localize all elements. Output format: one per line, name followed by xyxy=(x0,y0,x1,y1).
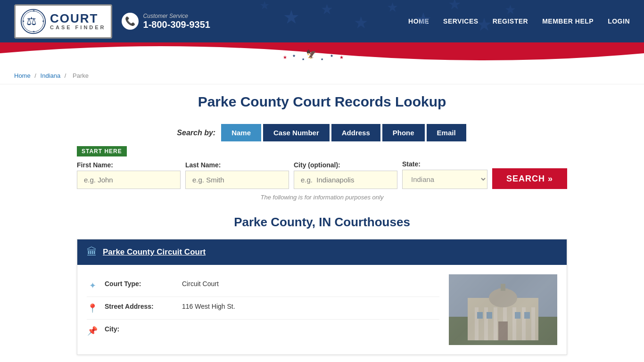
svg-text:★: ★ xyxy=(283,55,287,60)
svg-rect-37 xyxy=(477,312,483,319)
search-by-label: Search by: xyxy=(177,129,215,137)
nav-services[interactable]: SERVICES xyxy=(443,17,479,25)
svg-text:★: ★ xyxy=(354,13,368,32)
nav-login[interactable]: LOGIN xyxy=(608,17,630,25)
address-label: Street Address: xyxy=(105,303,175,310)
nav-home[interactable]: HOME xyxy=(408,17,429,25)
breadcrumb-sep2: / xyxy=(65,72,68,79)
court-type-row: ✦ Court Type: Circuit Court xyxy=(87,274,439,297)
court-type-icon: ✦ xyxy=(87,280,98,291)
svg-text:★: ★ xyxy=(292,54,296,58)
tab-email[interactable]: Email xyxy=(427,124,466,141)
address-value: 116 West High St. xyxy=(182,303,235,310)
svg-text:★: ★ xyxy=(387,0,398,15)
svg-text:⚖: ⚖ xyxy=(26,14,37,27)
svg-text:★: ★ xyxy=(42,19,44,23)
address-icon: 📍 xyxy=(87,303,98,313)
start-here-badge: START HERE xyxy=(77,146,127,156)
tab-case-number[interactable]: Case Number xyxy=(263,124,330,141)
breadcrumb-home[interactable]: Home xyxy=(14,72,31,79)
state-group: State: Indiana Alabama Alaska Arizona Ar… xyxy=(402,160,487,189)
svg-text:★: ★ xyxy=(321,58,323,61)
search-form-row: First Name: Last Name: City (optional): … xyxy=(77,160,567,189)
svg-rect-28 xyxy=(501,284,505,291)
customer-service: 📞 Customer Service 1-800-309-9351 xyxy=(122,13,210,30)
city-input[interactable] xyxy=(294,171,397,189)
tab-address[interactable]: Address xyxy=(331,124,380,141)
courthouse-header: 🏛 Parke County Circuit Court xyxy=(77,239,567,265)
courthouse-name-link[interactable]: Parke County Circuit Court xyxy=(103,247,206,257)
svg-text:★: ★ xyxy=(33,30,35,33)
page-title: Parke County Court Records Lookup xyxy=(77,94,567,110)
main-content: Parke County Court Records Lookup Search… xyxy=(63,84,581,362)
courthouse-details: ✦ Court Type: Circuit Court 📍 Street Add… xyxy=(87,274,439,345)
svg-rect-38 xyxy=(487,312,492,319)
court-type-label: Court Type: xyxy=(105,280,175,288)
info-note: The following is for information purpose… xyxy=(77,194,567,201)
svg-text:★: ★ xyxy=(321,1,333,17)
svg-text:★: ★ xyxy=(283,7,300,27)
main-nav: HOME SERVICES REGISTER MEMBER HELP LOGIN xyxy=(408,17,630,25)
svg-text:★: ★ xyxy=(33,9,35,12)
svg-rect-40 xyxy=(524,312,530,319)
svg-text:🦅: 🦅 xyxy=(306,49,317,59)
courthouse-card: 🏛 Parke County Circuit Court ✦ Court Typ… xyxy=(77,239,567,355)
site-logo[interactable]: ★ ★ ★ ★ ⚖ COURT CASE FINDER xyxy=(14,4,112,39)
courthouse-body: ✦ Court Type: Circuit Court 📍 Street Add… xyxy=(77,265,567,354)
svg-rect-39 xyxy=(515,312,520,319)
svg-rect-36 xyxy=(498,321,508,340)
red-bar xyxy=(0,42,644,46)
city-detail-label: City: xyxy=(105,325,175,333)
address-row: 📍 Street Address: 116 West High St. xyxy=(87,297,439,320)
logo-text: COURT CASE FINDER xyxy=(50,12,106,30)
svg-text:★: ★ xyxy=(448,0,462,13)
state-select[interactable]: Indiana Alabama Alaska Arizona Arkansas … xyxy=(402,170,487,189)
courthouses-title: Parke County, IN Courthouses xyxy=(77,215,567,230)
first-name-label: First Name: xyxy=(77,161,181,169)
last-name-input[interactable] xyxy=(185,171,289,189)
breadcrumb-sep1: / xyxy=(34,72,38,79)
courthouse-building-svg xyxy=(449,274,557,345)
city-group: City (optional): xyxy=(294,161,397,189)
state-label: State: xyxy=(402,160,487,168)
svg-rect-31 xyxy=(494,307,497,340)
city-label: City (optional): xyxy=(294,161,397,169)
header-left: ★ ★ ★ ★ ⚖ COURT CASE FINDER 📞 Customer S… xyxy=(14,4,210,39)
courthouse-icon: 🏛 xyxy=(87,246,97,258)
city-row: 📌 City: xyxy=(87,320,439,342)
search-form-section: START HERE First Name: Last Name: City (… xyxy=(77,146,567,189)
breadcrumb-indiana[interactable]: Indiana xyxy=(41,72,61,79)
breadcrumb-parke: Parke xyxy=(73,72,89,79)
tab-name[interactable]: Name xyxy=(221,124,261,141)
svg-text:★: ★ xyxy=(330,54,333,58)
first-name-input[interactable] xyxy=(77,171,181,189)
search-button[interactable]: SEARCH » xyxy=(492,168,567,189)
courthouse-image-placeholder xyxy=(449,274,557,345)
site-header: ★ ★ ★ ★ ★ ★ ★ ★ ★ ★ ★ ★ ★ ⚖ xyxy=(0,0,644,42)
court-type-value: Circuit Court xyxy=(182,280,219,288)
cs-text: Customer Service 1-800-309-9351 xyxy=(143,13,210,30)
logo-emblem-icon: ★ ★ ★ ★ ⚖ xyxy=(20,8,46,34)
nav-register[interactable]: REGISTER xyxy=(493,17,528,25)
nav-member-help[interactable]: MEMBER HELP xyxy=(542,17,594,25)
tab-phone[interactable]: Phone xyxy=(382,124,425,141)
wave-section: 🦅 ★ ★ ★ ★ ★ ★ xyxy=(0,46,644,67)
last-name-label: Last Name: xyxy=(185,161,289,169)
breadcrumb: Home / Indiana / Parke xyxy=(0,67,644,84)
wave-svg: 🦅 ★ ★ ★ ★ ★ ★ xyxy=(0,46,644,67)
first-name-group: First Name: xyxy=(77,161,181,189)
svg-text:★: ★ xyxy=(302,58,305,61)
search-by-row: Search by: Name Case Number Address Phon… xyxy=(77,124,567,141)
svg-text:★: ★ xyxy=(22,19,25,23)
svg-text:★: ★ xyxy=(339,55,344,60)
courthouse-image xyxy=(449,274,557,345)
svg-rect-35 xyxy=(531,307,535,340)
svg-text:★: ★ xyxy=(259,0,270,12)
svg-text:★: ★ xyxy=(504,2,516,17)
last-name-group: Last Name: xyxy=(185,161,289,189)
phone-icon: 📞 xyxy=(122,13,139,30)
city-icon: 📌 xyxy=(87,326,98,336)
